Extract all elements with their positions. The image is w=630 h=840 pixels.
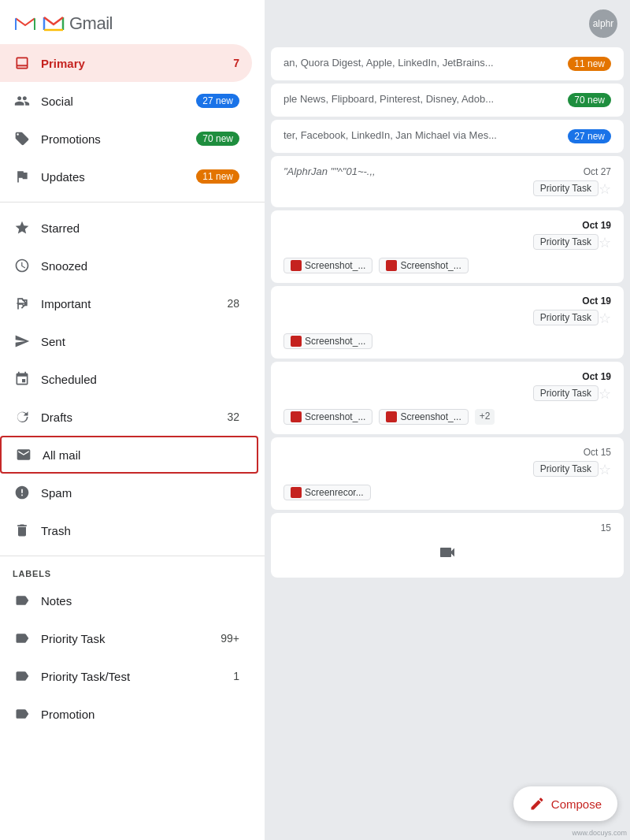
email-item[interactable]: Oct 19 Priority Task ☆ Screenshot_... Sc… — [271, 210, 624, 283]
email-item[interactable]: Oct 19 Priority Task ☆ Screenshot_... Sc… — [271, 362, 624, 434]
allmail-icon — [14, 445, 33, 464]
email-item[interactable]: ter, Facebook, LinkedIn, Jan Michael via… — [271, 120, 624, 153]
attachment-icon — [386, 260, 397, 271]
priority-task-badge: Priority Task — [533, 461, 598, 477]
notes-label-icon — [13, 591, 32, 610]
email-item[interactable]: "AlphrJan ""^"01~-.,, Oct 27 Priority Ta… — [271, 156, 624, 207]
email-preview-italic: "AlphrJan ""^"01~-.,, — [284, 165, 376, 177]
star-icon[interactable]: ☆ — [598, 234, 611, 251]
sidebar-item-priority-task-test[interactable]: Priority Task/Test 1 — [0, 657, 252, 695]
sidebar-item-snoozed[interactable]: Snoozed — [0, 247, 252, 284]
sidebar-item-promotion[interactable]: Promotion — [0, 695, 252, 733]
sidebar-item-sent[interactable]: Sent — [0, 322, 252, 360]
email-list: an, Quora Digest, Apple, LinkedIn, JetBr… — [265, 47, 630, 578]
compose-icon — [529, 796, 545, 812]
priority-task-badge: Priority Task — [533, 180, 598, 196]
attachment-icon — [386, 411, 397, 422]
nav-divider-1 — [0, 202, 265, 203]
email-item[interactable]: ple News, Flipboard, Pinterest, Disney, … — [271, 84, 624, 117]
sidebar-item-allmail[interactable]: All mail — [0, 436, 258, 474]
sidebar-item-scheduled[interactable]: Scheduled — [0, 360, 252, 398]
watermark: www.docuys.com — [572, 829, 627, 837]
attachments: Screenrecor... — [284, 485, 611, 500]
svg-rect-3 — [17, 65, 28, 65]
attachment-name: Screenshot_... — [400, 260, 461, 271]
email-date: 15 — [601, 522, 611, 533]
sidebar-item-primary-count: 7 — [233, 57, 239, 69]
priority-task-test-label-icon — [13, 667, 32, 686]
sidebar-item-allmail-label: All mail — [43, 448, 244, 462]
compose-button[interactable]: Compose — [513, 786, 617, 821]
sidebar-item-scheduled-label: Scheduled — [41, 373, 239, 386]
sidebar-item-snoozed-label: Snoozed — [41, 259, 239, 273]
sidebar-item-primary-label: Primary — [41, 57, 233, 70]
drafts-icon — [13, 407, 32, 426]
sidebar-item-drafts-label: Drafts — [41, 411, 227, 424]
email-meta: 70 new — [568, 93, 611, 107]
app-name: Gmail — [69, 13, 113, 34]
email-item[interactable]: Oct 19 Priority Task ☆ Screenshot_... — [271, 286, 624, 359]
inbox-icon — [13, 54, 32, 72]
social-icon — [13, 91, 32, 110]
sidebar-item-drafts[interactable]: Drafts 32 — [0, 398, 252, 436]
sidebar-item-important[interactable]: Important 28 — [0, 284, 252, 322]
sidebar-item-promotions[interactable]: Promotions 70 new — [0, 120, 252, 158]
email-preview-text: an, Quora Digest, Apple, LinkedIn, JetBr… — [284, 57, 561, 69]
attachment-name: Screenshot_... — [305, 260, 365, 271]
sidebar-item-notes[interactable]: Notes — [0, 582, 252, 619]
attachment-icon-red — [291, 487, 302, 498]
attachments: Screenshot_... — [284, 333, 611, 349]
email-item[interactable]: Oct 15 Priority Task ☆ Screenrecor... — [271, 437, 624, 510]
sidebar-item-priority-task[interactable]: Priority Task 99+ — [0, 619, 252, 657]
attachment-chip: Screenrecor... — [284, 485, 371, 500]
sidebar-item-primary[interactable]: Primary 7 — [0, 44, 252, 82]
gmail-icon — [43, 13, 65, 35]
video-camera-icon — [438, 543, 457, 562]
sidebar-item-social-label: Social — [41, 95, 196, 108]
email-badge: 11 new — [568, 57, 611, 71]
sidebar-item-updates[interactable]: Updates 11 new — [0, 158, 252, 195]
sidebar-item-priority-task-count: 99+ — [220, 632, 239, 645]
main-header: alphr — [265, 0, 630, 47]
sidebar-item-important-label: Important — [41, 297, 227, 310]
sidebar-item-sent-label: Sent — [41, 335, 239, 348]
email-meta: 27 new — [568, 129, 611, 143]
email-meta: 11 new — [568, 57, 611, 71]
email-date: Oct 27 — [584, 166, 611, 177]
sidebar: Gmail Primary 7 Social 27 new Promotions… — [0, 0, 265, 840]
star-icon[interactable]: ☆ — [598, 180, 611, 198]
clock-icon — [13, 256, 32, 275]
sidebar-item-priority-task-test-label: Priority Task/Test — [41, 670, 233, 683]
social-badge: 27 new — [196, 94, 239, 108]
sidebar-item-spam[interactable]: Spam — [0, 474, 252, 511]
sidebar-item-spam-label: Spam — [41, 486, 239, 500]
email-date: Oct 15 — [584, 447, 611, 458]
star-icon[interactable]: ☆ — [598, 385, 611, 403]
attachments: Screenshot_... Screenshot_... +2 — [284, 409, 611, 425]
priority-task-badge: Priority Task — [533, 234, 598, 250]
attachment-chip: Screenshot_... — [379, 258, 468, 273]
sidebar-item-priority-task-test-count: 1 — [233, 670, 239, 682]
spam-icon — [13, 483, 32, 502]
star-icon[interactable]: ☆ — [598, 310, 611, 327]
email-badge: 27 new — [568, 129, 611, 143]
priority-task-label-icon — [13, 629, 32, 648]
sent-icon — [13, 332, 32, 351]
attachment-name: Screenshot_... — [400, 411, 461, 422]
attachment-name: Screenshot_... — [305, 336, 365, 347]
sidebar-item-promotions-label: Promotions — [41, 132, 196, 146]
important-icon — [13, 294, 32, 313]
sidebar-item-trash[interactable]: Trash — [0, 511, 252, 549]
user-avatar[interactable]: alphr — [589, 9, 617, 38]
sidebar-item-social[interactable]: Social 27 new — [0, 82, 252, 120]
email-item[interactable]: an, Quora Digest, Apple, LinkedIn, JetBr… — [271, 47, 624, 80]
compose-label: Compose — [551, 797, 602, 811]
promotions-badge: 70 new — [196, 132, 239, 146]
star-icon[interactable]: ☆ — [598, 461, 611, 478]
sidebar-item-promotion-label: Promotion — [41, 708, 239, 721]
promotions-icon — [13, 129, 32, 148]
email-item[interactable]: 15 — [271, 513, 624, 578]
sidebar-item-starred[interactable]: Starred — [0, 209, 252, 247]
sidebar-item-trash-label: Trash — [41, 524, 239, 537]
attachment-chip: Screenshot_... — [379, 409, 468, 425]
